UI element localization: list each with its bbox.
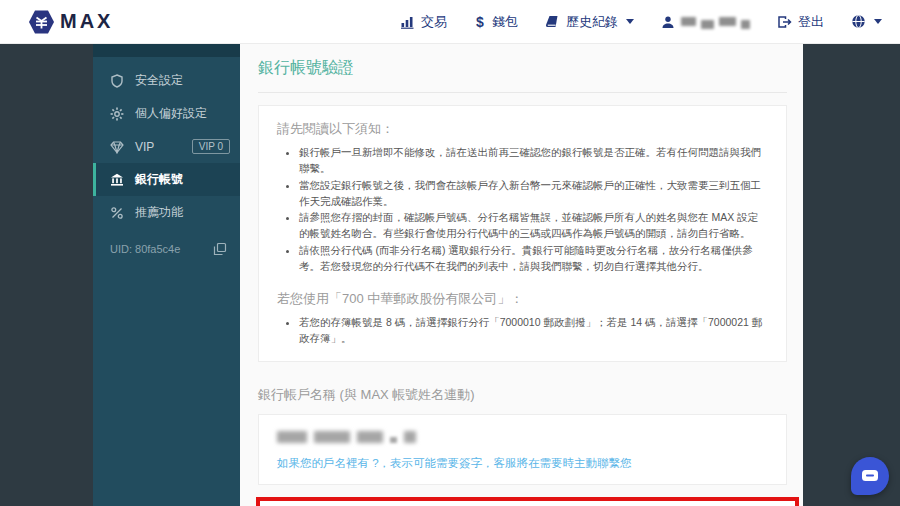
sidebar-item-label: 推薦功能 [135,204,183,221]
percent-icon [110,206,124,220]
nav-wallet[interactable]: $ 錢包 [474,13,518,31]
svg-text:$: $ [476,14,484,29]
notice-bullet: 銀行帳戶一旦新增即不能修改，請在送出前再三確認您的銀行帳號是否正確。若有任何問題… [299,144,768,177]
sidebar-item-label: 安全設定 [135,72,183,89]
gem-icon [110,140,124,154]
sidebar-item-label: VIP [135,140,154,154]
notice-bullet: 當您設定銀行帳號之後，我們會在該帳戶存入新台幣一元來確認帳戶的正確性，大致需要三… [299,177,768,210]
uid-value: UID: 80fa5c4e [110,243,180,255]
page-body: 安全設定 個人偏好設定 VIP VIP 0 [0,44,900,506]
sidebar-item-label: 銀行帳號 [135,171,183,188]
nav-trade[interactable]: 交易 [400,13,447,31]
vip-level-badge: VIP 0 [192,139,230,154]
nav-history-label: 歷史紀錄 [566,13,618,31]
top-navbar: MAX 交易 $ 錢包 歷史紀錄 [0,0,900,44]
notice-title: 請先閱讀以下須知： [277,120,768,138]
sidebar-item-cropped[interactable] [93,44,240,57]
chevron-down-icon [874,19,882,24]
sidebar-item-label: 個人偏好設定 [135,105,207,122]
nav-logout[interactable]: 登出 [777,13,824,31]
account-name-section-label: 銀行帳戶名稱 (與 MAX 帳號姓名連動) [258,386,787,404]
postal-section-title: 若您使用「700 中華郵政股份有限公司」： [277,290,768,308]
book-icon [545,15,560,29]
nav-language[interactable] [851,14,882,29]
nav-logout-label: 登出 [798,13,824,31]
account-name-card: 如果您的戶名裡有 ?，表示可能需要簽字，客服將在需要時主動聯繫您 [258,414,787,485]
sidebar-item-vip[interactable]: VIP VIP 0 [93,130,240,163]
notice-list: 銀行帳戶一旦新增即不能修改，請在送出前再三確認您的銀行帳號是否正確。若有任何問題… [277,144,768,274]
chat-widget-button[interactable] [851,457,889,495]
postal-bullet: 若您的存簿帳號是 8 碼，請選擇銀行分行「7000010 郵政劃撥」；若是 14… [299,314,768,347]
gear-icon [110,107,124,121]
chevron-down-icon [626,19,634,24]
sidebar-item-bank-account[interactable]: 銀行帳號 [93,163,240,196]
copy-icon[interactable] [213,242,227,256]
postal-list: 若您的存簿帳號是 8 碼，請選擇銀行分行「7000010 郵政劃撥」；若是 14… [277,314,768,347]
sidebar-item-referral[interactable]: 推薦功能 [93,196,240,229]
nav-user-account[interactable] [661,14,750,29]
max-logo[interactable]: MAX [28,9,113,35]
nav-trade-label: 交易 [421,13,447,31]
max-coin-icon [28,9,55,35]
top-nav-links: 交易 $ 錢包 歷史紀錄 [400,13,882,31]
masked-username [681,14,750,29]
shield-icon [110,74,124,88]
nav-history[interactable]: 歷史紀錄 [545,13,634,31]
chat-icon [861,469,879,483]
left-background-panel [0,44,93,506]
account-sidebar: 安全設定 個人偏好設定 VIP VIP 0 [93,44,240,506]
bank-icon [110,173,124,187]
account-name-hint-link[interactable]: 如果您的戶名裡有 ?，表示可能需要簽字，客服將在需要時主動聯繫您 [277,456,768,471]
notice-bullet: 請參照您存摺的封面，確認帳戶號碼、分行名稱皆無誤，並確認帳戶所有人的姓名與您在 … [299,209,768,242]
chart-bars-icon [400,15,415,29]
sidebar-item-security[interactable]: 安全設定 [93,64,240,97]
logout-icon [777,15,792,29]
globe-icon [851,14,866,29]
add-bank-account-highlight-box: 新增銀行帳號 700中華郵政股份有限公司 7000010郵政劃撥 提交 [256,497,799,506]
notice-bullet: 請依照分行代碼 (而非分行名稱) 選取銀行分行。貴銀行可能隨時更改分行名稱，故分… [299,242,768,275]
nav-wallet-label: 錢包 [492,13,518,31]
notice-card: 請先閱讀以下須知： 銀行帳戶一旦新增即不能修改，請在送出前再三確認您的銀行帳號是… [258,105,787,362]
page-title: 銀行帳號驗證 [258,58,787,93]
sidebar-item-preferences[interactable]: 個人偏好設定 [93,97,240,130]
logo-text: MAX [60,10,113,33]
user-icon [661,15,675,29]
main-content: 銀行帳號驗證 請先閱讀以下須知： 銀行帳戶一旦新增即不能修改，請在送出前再三確認… [240,44,803,506]
right-background-panel [803,44,900,506]
masked-account-name [277,429,768,443]
dollar-icon: $ [474,14,486,29]
uid-row: UID: 80fa5c4e [93,232,240,265]
